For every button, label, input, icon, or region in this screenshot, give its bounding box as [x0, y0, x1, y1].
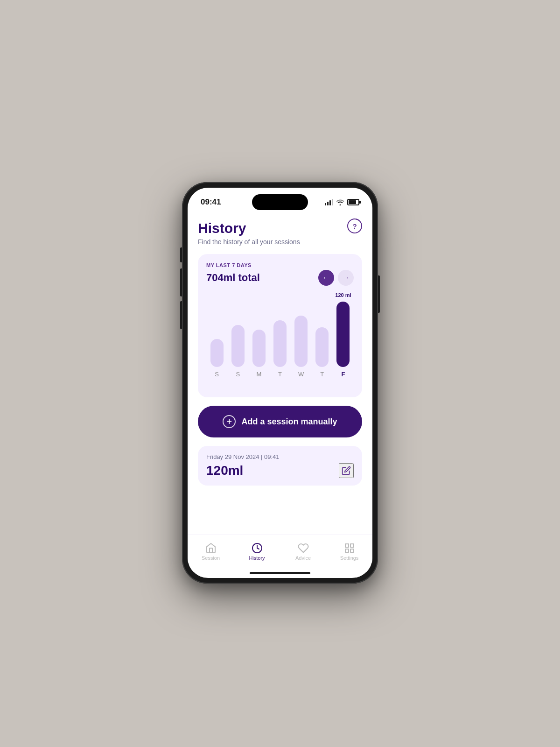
bar-5 — [315, 327, 329, 367]
edit-icon — [342, 466, 351, 475]
chart-prev-button[interactable]: ← — [318, 270, 334, 286]
bar-6-active — [336, 302, 350, 367]
home-indicator — [250, 572, 310, 574]
help-button[interactable]: ? — [347, 218, 362, 233]
wifi-icon — [336, 199, 344, 205]
svg-rect-3 — [345, 549, 349, 552]
svg-rect-2 — [350, 544, 354, 547]
day-5: T — [312, 371, 333, 378]
bar-3 — [273, 320, 287, 367]
nav-item-history[interactable]: History — [234, 543, 280, 561]
bar-chart: 120 ml — [206, 292, 354, 367]
page-title: History — [198, 220, 362, 236]
bar-1 — [231, 325, 245, 367]
nav-label-session: Session — [202, 555, 220, 561]
svg-rect-4 — [350, 549, 354, 552]
bar-4 — [294, 316, 308, 367]
day-4: W — [291, 371, 312, 378]
dynamic-island — [252, 194, 308, 210]
plus-circle-icon: + — [223, 415, 236, 428]
day-0: S — [206, 371, 227, 378]
chart-total: 704ml total — [206, 272, 260, 284]
edit-session-button[interactable] — [339, 463, 354, 478]
heart-icon — [298, 543, 309, 554]
add-session-button[interactable]: + Add a session manually — [198, 406, 362, 437]
bar-col-5 — [312, 292, 333, 367]
chart-card: MY LAST 7 DAYS 704ml total ← → — [198, 254, 362, 397]
bar-col-3 — [269, 292, 290, 367]
day-1: S — [227, 371, 248, 378]
session-amount: 120ml — [206, 463, 243, 478]
session-bottom: 120ml — [206, 463, 354, 478]
home-icon — [205, 543, 217, 554]
day-3: T — [269, 371, 290, 378]
nav-label-settings: Settings — [340, 555, 359, 561]
nav-label-history: History — [249, 555, 265, 561]
bar-col-0 — [206, 292, 227, 367]
bar-0 — [210, 339, 224, 367]
session-date: Friday 29 Nov 2024 | 09:41 — [206, 453, 354, 460]
active-bar-label: 120 ml — [335, 292, 351, 298]
status-icons — [325, 199, 359, 205]
bottom-nav: Session History Advice — [188, 535, 372, 572]
main-content: History Find the history of all your ses… — [188, 213, 372, 535]
chart-header: 704ml total ← → — [206, 270, 354, 286]
chart-next-button[interactable]: → — [338, 270, 354, 286]
chart-nav: ← → — [318, 270, 354, 286]
bar-col-2 — [248, 292, 269, 367]
nav-item-session[interactable]: Session — [188, 543, 234, 561]
svg-rect-1 — [345, 544, 349, 547]
battery-icon — [347, 199, 359, 205]
day-6-active: F — [333, 371, 354, 378]
bar-chart-container: 120 ml S S M T W T — [206, 292, 354, 391]
bar-col-1 — [227, 292, 248, 367]
bar-col-4 — [291, 292, 312, 367]
day-2: M — [248, 371, 269, 378]
session-record-card: Friday 29 Nov 2024 | 09:41 120ml — [198, 446, 362, 486]
phone-frame: 09:41 — [182, 182, 378, 584]
add-session-label: Add a session manually — [241, 417, 337, 427]
phone-screen: 09:41 — [188, 188, 372, 578]
nav-label-advice: Advice — [295, 555, 311, 561]
page-subtitle: Find the history of all your sessions — [198, 238, 362, 246]
chart-period-label: MY LAST 7 DAYS — [206, 262, 354, 268]
grid-icon — [344, 543, 355, 554]
clock-icon — [252, 543, 263, 554]
day-labels: S S M T W T F — [206, 371, 354, 378]
nav-item-advice[interactable]: Advice — [280, 543, 326, 561]
nav-item-settings[interactable]: Settings — [326, 543, 372, 561]
signal-icon — [325, 199, 333, 205]
bar-col-6: 120 ml — [333, 292, 354, 367]
status-time: 09:41 — [201, 197, 221, 207]
bar-2 — [252, 330, 266, 367]
